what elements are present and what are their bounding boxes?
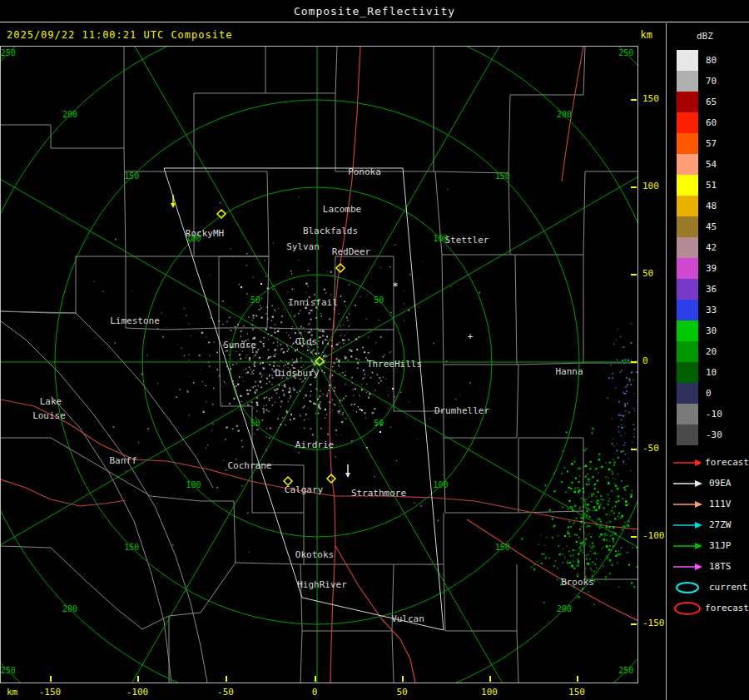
y-axis-label: -150 <box>642 618 665 628</box>
dbz-color-swatch <box>677 362 698 383</box>
range-ring-label: 150 <box>495 543 510 552</box>
point-marker <box>260 283 262 285</box>
point-marker <box>379 431 381 433</box>
title-bar: Composite_Reflectivity <box>0 0 749 22</box>
city-label: Okotoks <box>295 549 334 560</box>
y-axis-label: 150 <box>642 93 659 104</box>
y-axis: 150100500-50-100-150 <box>638 46 666 683</box>
dbz-scale-row: 70 <box>677 71 749 92</box>
dbz-color-swatch <box>677 92 698 112</box>
dbz-color-swatch <box>677 383 698 404</box>
range-ring-label: 150 <box>495 171 510 181</box>
legend-row: 111V <box>672 494 749 514</box>
legend-arrow-icon <box>672 456 701 469</box>
dbz-scale-row: -30 <box>677 424 749 445</box>
dbz-value-label: 36 <box>706 284 717 295</box>
dbz-color-swatch <box>677 258 698 279</box>
x-axis-label: -50 <box>211 687 241 698</box>
dbz-scale-row: -10 <box>677 404 749 424</box>
dbz-value-label: 20 <box>706 346 717 357</box>
range-ring-label: 250 <box>1 666 16 675</box>
dbz-scale-title: dBZ <box>697 31 749 42</box>
dbz-color-swatch <box>677 320 698 341</box>
dbz-value-label: -10 <box>706 409 722 420</box>
dbz-scale-row: 45 <box>677 216 749 237</box>
legend-row: 31JP <box>672 535 749 556</box>
dbz-value-label: 54 <box>706 159 717 170</box>
info-bar: 2025/09/22 11:00:21 UTC Composite km <box>0 23 666 46</box>
dbz-value-label: 39 <box>706 263 717 274</box>
dbz-scale-row: 65 <box>677 92 749 112</box>
dbz-color-swatch <box>677 237 698 258</box>
legend-label: 27ZW <box>709 519 732 530</box>
legend-label: 111V <box>709 499 732 509</box>
legend-arrow-icon <box>672 539 705 553</box>
city-label: Lacombe <box>323 204 361 215</box>
dbz-scale-row: 36 <box>677 279 749 300</box>
dbz-scale-row: 10 <box>677 362 749 383</box>
y-axis-label: -100 <box>642 530 665 541</box>
range-ring-label: 100 <box>433 480 448 489</box>
dbz-scale-row: 30 <box>677 320 749 341</box>
dbz-scale-row: 42 <box>677 237 749 258</box>
dbz-scale-row: 51 <box>677 175 749 196</box>
city-label: Hanna <box>555 366 583 377</box>
point-marker <box>241 286 242 288</box>
range-ring-label: 150 <box>124 543 139 552</box>
legend-label: current <box>709 582 747 593</box>
range-ring-label: 50 <box>374 295 384 305</box>
legend-row: forecast <box>672 598 749 618</box>
dbz-scale-row: 39 <box>677 258 749 279</box>
track-legend: forecast09EA111V27ZW31JP18TScurrentforec… <box>672 452 749 618</box>
city-label: Vulcan <box>391 613 424 624</box>
dbz-color-swatch <box>677 50 698 71</box>
range-ring-label: 200 <box>557 604 572 613</box>
dbz-value-label: 70 <box>706 76 717 87</box>
x-axis-label: 150 <box>562 687 592 698</box>
city-label: Ponoka <box>348 166 381 177</box>
city-label: Louise <box>32 410 66 421</box>
city-label: Innisfail <box>288 297 338 308</box>
legend-row: forecast <box>672 452 749 473</box>
range-ring-label: 250 <box>1 48 16 57</box>
city-label: Limestone <box>110 315 160 326</box>
legend-sidebar: dBZ 807065605754514845423936333020100-10… <box>666 23 749 700</box>
range-ring-label: 100 <box>186 480 201 489</box>
legend-arrow-icon <box>672 498 705 511</box>
dbz-value-label: 48 <box>706 201 717 211</box>
dbz-value-label: 42 <box>706 242 717 253</box>
range-ring-label: 250 <box>618 666 633 675</box>
range-ring-label: 250 <box>618 48 633 57</box>
city-label: Sylvan <box>286 241 320 252</box>
dbz-value-label: 65 <box>706 97 717 107</box>
city-label: Sundre <box>223 340 256 350</box>
dbz-scale-row: 57 <box>677 133 749 154</box>
dbz-color-swatch <box>677 279 698 300</box>
legend-row: current <box>672 577 749 598</box>
asterisk-marker: * <box>392 280 398 292</box>
dbz-scale-row: 33 <box>677 300 749 320</box>
x-axis-labels: -150-100-50050100150 <box>0 687 666 700</box>
range-ring-label: 200 <box>557 110 572 119</box>
city-label: Airdrie <box>295 439 334 450</box>
dbz-color-swatch <box>677 216 698 237</box>
y-axis-label: 0 <box>642 355 648 366</box>
legend-ellipse-icon <box>672 581 705 594</box>
city-label: Drumheller <box>434 405 490 416</box>
dbz-value-label: 51 <box>706 180 717 191</box>
legend-label: forecast <box>705 603 749 613</box>
dbz-scale-row: 80 <box>677 50 749 71</box>
legend-label: 09EA <box>709 478 732 489</box>
dbz-value-label: 80 <box>706 55 717 66</box>
legend-label: 31JP <box>709 540 732 551</box>
city-label: Banff <box>109 455 136 466</box>
x-axis-label: 100 <box>474 687 504 698</box>
legend-arrow-icon <box>672 477 705 490</box>
range-ring-label: 50 <box>250 295 260 305</box>
city-label: Didsbury <box>275 368 320 379</box>
point-marker <box>361 410 363 411</box>
radar-map: 5050505010010010010015015015015020020020… <box>0 46 638 683</box>
dbz-value-label: -30 <box>706 429 722 440</box>
dbz-color-swatch <box>677 154 698 175</box>
range-ring-label: 150 <box>124 171 139 181</box>
